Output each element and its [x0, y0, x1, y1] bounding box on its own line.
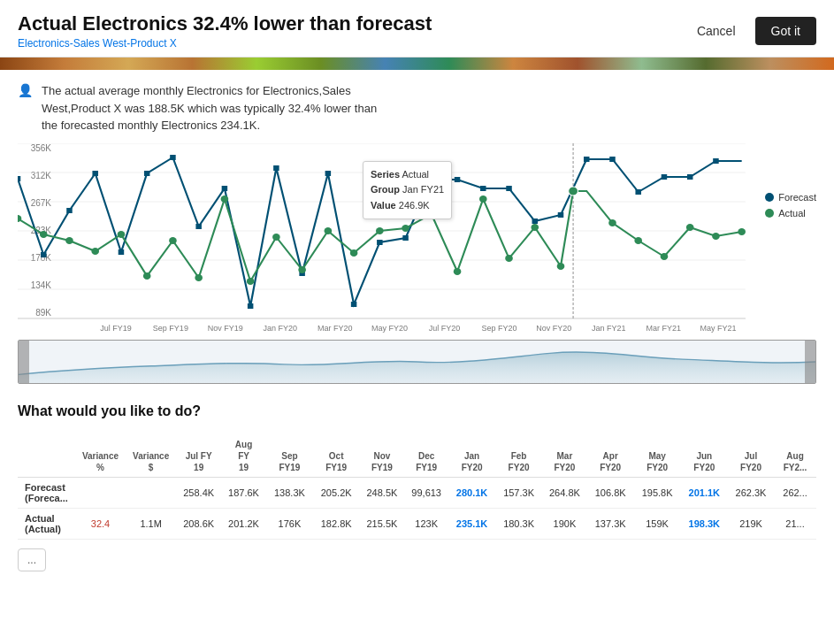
- svg-point-37: [40, 231, 48, 238]
- actual-may-fy20: 159K: [634, 508, 681, 539]
- header-actions: Cancel Got it: [686, 17, 816, 45]
- col-header-dec-fy19: DecFY19: [404, 435, 448, 478]
- forecast-feb-fy20: 157.3K: [495, 477, 542, 508]
- svg-point-47: [298, 266, 306, 273]
- svg-point-45: [247, 278, 255, 285]
- svg-rect-30: [584, 157, 589, 162]
- x-label-11: Mar FY21: [636, 324, 691, 333]
- svg-rect-16: [222, 186, 227, 191]
- forecast-jul-fy19: 258.4K: [176, 477, 221, 508]
- forecast-jul-fy20: 262.3K: [728, 477, 774, 508]
- col-header-oct-fy19: Oct FY19: [313, 435, 360, 478]
- page-header: Actual Electronics 32.4% lower than fore…: [0, 0, 834, 58]
- x-label-7: Jul FY20: [417, 324, 472, 333]
- x-label-3: Nov FY19: [198, 324, 253, 333]
- actual-jun-fy20: 198.3K: [681, 508, 728, 539]
- actual-jul-fy19: 208.6K: [176, 508, 221, 539]
- col-header-jul-fy20: Jul FY20: [728, 435, 774, 478]
- header-left: Actual Electronics 32.4% lower than fore…: [18, 12, 432, 50]
- col-header-variance-dollar: Variance$: [126, 435, 176, 478]
- tooltip-value: Value 246.9K: [371, 198, 444, 214]
- svg-point-57: [557, 263, 565, 270]
- svg-rect-14: [170, 155, 175, 160]
- x-label-12: May FY21: [691, 324, 746, 333]
- navigator-handle-left[interactable]: [19, 341, 29, 383]
- svg-point-42: [169, 237, 177, 244]
- svg-point-61: [661, 253, 669, 260]
- svg-point-46: [272, 234, 280, 241]
- tooltip-group: Group Jan FY21: [371, 182, 444, 198]
- banner-strip: [0, 58, 834, 70]
- table-row-actual: Actual(Actual) 32.4 1.1M 208.6K 201.2K 1…: [18, 508, 816, 539]
- svg-point-50: [376, 227, 384, 234]
- svg-rect-13: [144, 171, 149, 176]
- chart-container: 356K 312K 267K 223K 178K 134K 89K: [0, 143, 834, 333]
- table-header-row: Variance% Variance$ Jul FY19 Aug FY19 Se…: [18, 435, 816, 478]
- col-header-may-fy20: May FY20: [634, 435, 681, 478]
- x-label-10: Jan FY21: [581, 324, 636, 333]
- col-header-jan-fy20: Jan FY20: [448, 435, 495, 478]
- table-row-forecast: Forecast(Foreca... 258.4K 187.6K 138.3K …: [18, 477, 816, 508]
- forecast-legend-label: Forecast: [778, 192, 816, 203]
- svg-point-39: [91, 248, 99, 255]
- actual-sep-fy19: 176K: [266, 508, 313, 539]
- page-title: Actual Electronics 32.4% lower than fore…: [18, 12, 432, 35]
- svg-point-58: [569, 187, 578, 196]
- more-button-section: ...: [0, 540, 834, 580]
- svg-point-43: [195, 274, 203, 281]
- svg-point-51: [402, 225, 409, 232]
- actual-oct-fy19: 182.8K: [313, 508, 360, 539]
- forecast-jun-fy20: 201.1K: [681, 477, 728, 508]
- col-header-variance-pct: Variance%: [75, 435, 126, 478]
- actual-aug-fy19: 201.2K: [221, 508, 266, 539]
- col-header-mar-fy20: MarFY20: [542, 435, 587, 478]
- svg-rect-25: [455, 177, 460, 182]
- svg-point-38: [65, 237, 73, 244]
- svg-rect-17: [248, 303, 253, 309]
- x-label-4: Jan FY20: [253, 324, 308, 333]
- forecast-variance-pct: [75, 477, 126, 508]
- x-label-8: Sep FY20: [471, 324, 526, 333]
- svg-rect-11: [92, 171, 97, 176]
- svg-rect-26: [480, 186, 486, 191]
- svg-point-44: [221, 196, 229, 203]
- chart-navigator[interactable]: [18, 340, 816, 384]
- insight-icon: 👤: [18, 83, 33, 97]
- svg-rect-23: [402, 235, 408, 241]
- col-header-apr-fy20: Apr FY20: [587, 435, 634, 478]
- action-title: What would you like to do?: [18, 403, 816, 419]
- actual-variance-dollar: 1.1M: [126, 508, 176, 539]
- data-table-wrapper: Variance% Variance$ Jul FY19 Aug FY19 Se…: [0, 435, 834, 540]
- more-button[interactable]: ...: [18, 548, 46, 571]
- page-subtitle: Electronics-Sales West-Product X: [18, 37, 432, 50]
- forecast-may-fy20: 195.8K: [634, 477, 681, 508]
- svg-point-60: [634, 237, 642, 244]
- forecast-nov-fy19: 248.5K: [359, 477, 404, 508]
- forecast-legend-dot: [765, 193, 774, 202]
- svg-rect-21: [351, 302, 356, 307]
- col-header-nov-fy19: NovFY19: [359, 435, 404, 478]
- forecast-dec-fy19: 99,613: [404, 477, 448, 508]
- svg-point-63: [712, 233, 720, 240]
- navigator-container: [0, 336, 834, 393]
- svg-rect-32: [635, 189, 640, 195]
- actual-apr-fy20: 137.3K: [587, 508, 634, 539]
- gotit-button[interactable]: Got it: [755, 17, 816, 45]
- svg-point-54: [479, 196, 487, 203]
- actual-aug-fy2x: 21...: [774, 508, 816, 539]
- cancel-button[interactable]: Cancel: [686, 19, 746, 43]
- action-section: What would you like to do?: [0, 393, 834, 435]
- svg-point-53: [454, 268, 462, 275]
- svg-rect-33: [662, 174, 667, 180]
- svg-point-59: [608, 219, 616, 226]
- tooltip-series: Series Actual: [371, 167, 444, 183]
- legend-forecast: Forecast: [765, 192, 816, 203]
- svg-rect-15: [195, 224, 201, 229]
- col-header-aug-fy19: Aug FY19: [221, 435, 266, 478]
- forecast-aug-fy19: 187.6K: [221, 477, 266, 508]
- forecast-row-name: Forecast(Foreca...: [18, 477, 75, 508]
- svg-rect-8: [18, 176, 20, 181]
- svg-point-40: [118, 231, 126, 238]
- svg-rect-20: [325, 171, 331, 176]
- navigator-handle-right[interactable]: [805, 341, 815, 383]
